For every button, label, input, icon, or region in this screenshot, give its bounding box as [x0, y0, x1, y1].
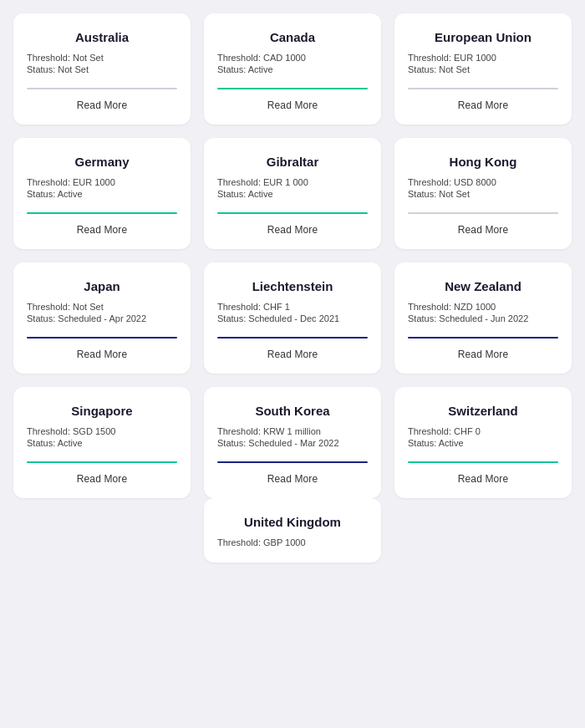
read-more-button-switzerland[interactable]: Read More: [458, 470, 508, 488]
card-threshold-canada: Threshold: CAD 1000: [217, 53, 368, 63]
card-meta-gibraltar: Threshold: EUR 1 000 Status: Active: [217, 177, 368, 201]
card-hong-kong: Hong Kong Threshold: USD 8000 Status: No…: [394, 138, 572, 249]
card-meta-south-korea: Threshold: KRW 1 million Status: Schedul…: [217, 426, 368, 450]
card-status-south-korea: Status: Scheduled - Mar 2022: [217, 438, 368, 448]
card-threshold-switzerland: Threshold: CHF 0: [408, 426, 558, 436]
card-title-hong-kong: Hong Kong: [450, 155, 517, 169]
card-status-australia: Status: Not Set: [27, 64, 177, 74]
card-new-zealand: New Zealand Threshold: NZD 1000 Status: …: [394, 262, 572, 374]
card-title-new-zealand: New Zealand: [445, 279, 521, 293]
card-threshold-united-kingdom: Threshold: GBP 1000: [217, 537, 368, 547]
card-meta-canada: Threshold: CAD 1000 Status: Active: [217, 53, 368, 76]
card-japan: Japan Threshold: Not Set Status: Schedul…: [13, 262, 191, 374]
read-more-button-hong-kong[interactable]: Read More: [458, 221, 508, 239]
read-more-button-canada[interactable]: Read More: [267, 96, 318, 115]
card-australia: Australia Threshold: Not Set Status: Not…: [13, 13, 191, 125]
card-meta-singapore: Threshold: SGD 1500 Status: Active: [27, 426, 177, 450]
card-threshold-hong-kong: Threshold: USD 8000: [408, 177, 558, 187]
card-meta-japan: Threshold: Not Set Status: Scheduled - A…: [27, 302, 177, 325]
card-meta-new-zealand: Threshold: NZD 1000 Status: Scheduled - …: [408, 302, 558, 325]
read-more-button-south-korea[interactable]: Read More: [267, 470, 318, 488]
card-status-germany: Status: Active: [27, 189, 177, 199]
read-more-button-germany[interactable]: Read More: [77, 221, 127, 239]
card-divider-germany: [27, 212, 177, 214]
card-threshold-germany: Threshold: EUR 1000: [27, 177, 177, 187]
card-singapore: Singapore Threshold: SGD 1500 Status: Ac…: [13, 387, 191, 498]
card-title-south-korea: South Korea: [255, 404, 329, 418]
card-divider-australia: [27, 88, 177, 89]
card-status-singapore: Status: Active: [27, 438, 177, 448]
card-title-japan: Japan: [84, 279, 120, 293]
card-title-gibraltar: Gibraltar: [267, 155, 319, 169]
card-divider-new-zealand: [408, 337, 558, 339]
card-threshold-gibraltar: Threshold: EUR 1 000: [217, 177, 368, 187]
card-switzerland: Switzerland Threshold: CHF 0 Status: Act…: [394, 387, 572, 498]
card-meta-germany: Threshold: EUR 1000 Status: Active: [27, 177, 177, 201]
card-meta-united-kingdom: Threshold: GBP 1000: [217, 537, 368, 549]
card-gibraltar: Gibraltar Threshold: EUR 1 000 Status: A…: [204, 138, 381, 249]
card-status-gibraltar: Status: Active: [217, 189, 368, 199]
card-title-canada: Canada: [270, 30, 315, 44]
card-status-japan: Status: Scheduled - Apr 2022: [27, 313, 177, 323]
spacer-left: [13, 498, 191, 563]
read-more-button-australia[interactable]: Read More: [77, 96, 127, 115]
card-meta-liechtenstein: Threshold: CHF 1 Status: Scheduled - Dec…: [217, 302, 368, 325]
card-canada: Canada Threshold: CAD 1000 Status: Activ…: [204, 13, 381, 125]
card-threshold-singapore: Threshold: SGD 1500: [27, 426, 177, 436]
card-status-canada: Status: Active: [217, 64, 368, 74]
card-divider-switzerland: [408, 461, 558, 463]
read-more-button-european-union[interactable]: Read More: [458, 96, 508, 115]
card-title-european-union: European Union: [435, 30, 532, 44]
card-divider-south-korea: [217, 461, 368, 463]
card-divider-european-union: [408, 88, 558, 89]
last-row: United Kingdom Threshold: GBP 1000: [13, 498, 572, 563]
card-divider-hong-kong: [408, 212, 558, 214]
card-status-hong-kong: Status: Not Set: [408, 189, 558, 199]
card-threshold-south-korea: Threshold: KRW 1 million: [217, 426, 368, 436]
card-meta-hong-kong: Threshold: USD 8000 Status: Not Set: [408, 177, 558, 201]
card-status-switzerland: Status: Active: [408, 438, 558, 448]
card-divider-gibraltar: [217, 212, 368, 214]
spacer-right: [394, 498, 572, 563]
card-title-australia: Australia: [75, 30, 129, 44]
card-threshold-japan: Threshold: Not Set: [27, 302, 177, 312]
card-status-new-zealand: Status: Scheduled - Jun 2022: [408, 313, 558, 323]
card-united-kingdom: United Kingdom Threshold: GBP 1000: [204, 498, 381, 563]
card-threshold-european-union: Threshold: EUR 1000: [408, 53, 558, 63]
card-divider-japan: [27, 337, 177, 339]
card-title-germany: Germany: [74, 155, 129, 169]
card-title-liechtenstein: Liechtenstein: [252, 279, 333, 293]
card-meta-european-union: Threshold: EUR 1000 Status: Not Set: [408, 53, 558, 76]
read-more-button-japan[interactable]: Read More: [77, 345, 127, 364]
card-title-switzerland: Switzerland: [448, 404, 517, 418]
card-liechtenstein: Liechtenstein Threshold: CHF 1 Status: S…: [204, 262, 381, 374]
card-south-korea: South Korea Threshold: KRW 1 million Sta…: [204, 387, 381, 498]
card-divider-canada: [217, 88, 368, 89]
card-status-liechtenstein: Status: Scheduled - Dec 2021: [217, 313, 368, 323]
read-more-button-liechtenstein[interactable]: Read More: [267, 345, 318, 364]
card-title-singapore: Singapore: [71, 404, 132, 418]
card-meta-switzerland: Threshold: CHF 0 Status: Active: [408, 426, 558, 450]
card-meta-australia: Threshold: Not Set Status: Not Set: [27, 53, 177, 76]
read-more-button-new-zealand[interactable]: Read More: [458, 345, 508, 364]
card-threshold-australia: Threshold: Not Set: [27, 53, 177, 63]
read-more-button-gibraltar[interactable]: Read More: [267, 221, 318, 239]
card-european-union: European Union Threshold: EUR 1000 Statu…: [394, 13, 572, 125]
card-threshold-liechtenstein: Threshold: CHF 1: [217, 302, 368, 312]
card-divider-singapore: [27, 461, 177, 463]
card-threshold-new-zealand: Threshold: NZD 1000: [408, 302, 558, 312]
read-more-button-singapore[interactable]: Read More: [77, 470, 127, 488]
country-grid: Australia Threshold: Not Set Status: Not…: [13, 13, 572, 498]
card-title-united-kingdom: United Kingdom: [244, 515, 341, 529]
card-germany: Germany Threshold: EUR 1000 Status: Acti…: [13, 138, 191, 249]
card-status-european-union: Status: Not Set: [408, 64, 558, 74]
card-divider-liechtenstein: [217, 337, 368, 339]
